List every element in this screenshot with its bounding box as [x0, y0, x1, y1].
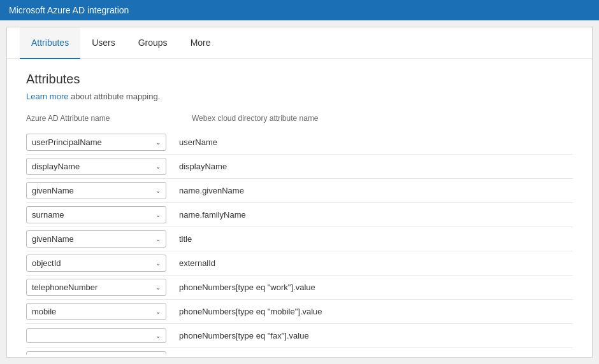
chevron-down-icon: ⌄ [155, 332, 161, 339]
col-headers: Azure AD Attribute name Webex cloud dire… [26, 114, 573, 125]
attribute-select-text-7: mobile [32, 307, 152, 316]
learn-more-text: Learn more about attribute mapping. [26, 92, 573, 101]
title-bar: Microsoft Azure AD integration [0, 0, 599, 20]
table-row: surname⌄name.familyName [26, 203, 573, 227]
app-title: Microsoft Azure AD integration [9, 5, 129, 15]
attribute-select-5[interactable]: objectId⌄ [26, 255, 166, 272]
col-header-right: Webex cloud directory attribute name [179, 114, 573, 123]
attribute-select-text-0: userPrincipalName [32, 137, 152, 147]
table-row: mobile⌄phoneNumbers[type eq "mobile"].va… [26, 300, 573, 324]
learn-more-link[interactable]: Learn more [26, 92, 68, 101]
main-content: AttributesUsersGroupsMore Attributes Lea… [6, 27, 593, 358]
section-title: Attributes [26, 72, 573, 87]
tabs-bar: AttributesUsersGroupsMore [7, 27, 592, 59]
table-row: streetAddress⌄addresses[type eq "work"].… [26, 348, 573, 354]
attribute-select-3[interactable]: surname⌄ [26, 206, 166, 223]
chevron-down-icon: ⌄ [155, 139, 161, 146]
table-row: givenName⌄title [26, 227, 573, 251]
tab-attributes[interactable]: Attributes [20, 27, 80, 59]
tab-more[interactable]: More [179, 27, 222, 59]
attribute-select-text-1: displayName [32, 162, 152, 171]
table-row: ⌄phoneNumbers[type eq "fax"].value [26, 324, 573, 348]
attribute-value-6: phoneNumbers[type eq "work"].value [166, 283, 573, 292]
tab-users[interactable]: Users [80, 27, 127, 59]
attribute-select-0[interactable]: userPrincipalName⌄ [26, 134, 166, 151]
chevron-down-icon: ⌄ [155, 211, 161, 218]
chevron-down-icon: ⌄ [155, 235, 161, 242]
table-row: objectId⌄externalId [26, 251, 573, 276]
attribute-value-4: title [166, 234, 573, 244]
table-row: displayName⌄displayName [26, 155, 573, 179]
attribute-value-7: phoneNumbers[type eq "mobile"].value [166, 307, 573, 316]
attribute-value-2: name.givenName [166, 186, 573, 195]
attribute-select-9[interactable]: streetAddress⌄ [26, 351, 166, 354]
table-row: telephoneNumber⌄phoneNumbers[type eq "wo… [26, 276, 573, 300]
attributes-table: Azure AD Attribute name Webex cloud dire… [26, 114, 573, 354]
attribute-select-8[interactable]: ⌄ [26, 328, 166, 343]
attribute-value-8: phoneNumbers[type eq "fax"].value [166, 331, 573, 340]
table-row: givenName⌄name.givenName [26, 179, 573, 203]
content-area: Attributes Learn more about attribute ma… [7, 59, 592, 354]
attribute-select-text-5: objectId [32, 258, 152, 268]
table-row: userPrincipalName⌄userName [26, 130, 573, 155]
attribute-select-text-2: givenName [32, 186, 152, 195]
col-header-left: Azure AD Attribute name [26, 114, 179, 123]
attribute-select-2[interactable]: givenName⌄ [26, 182, 166, 199]
attribute-select-6[interactable]: telephoneNumber⌄ [26, 279, 166, 296]
chevron-down-icon: ⌄ [155, 308, 161, 315]
attribute-value-5: externalId [166, 258, 573, 268]
attribute-select-text-6: telephoneNumber [32, 283, 152, 292]
attr-rows-container: userPrincipalName⌄userNamedisplayName⌄di… [26, 130, 573, 354]
tab-groups[interactable]: Groups [127, 27, 179, 59]
attribute-value-1: displayName [166, 162, 573, 171]
attribute-select-1[interactable]: displayName⌄ [26, 158, 166, 175]
attribute-select-text-4: givenName [32, 234, 152, 244]
attribute-select-text-3: surname [32, 210, 152, 220]
attribute-value-3: name.familyName [166, 210, 573, 220]
chevron-down-icon: ⌄ [155, 284, 161, 291]
chevron-down-icon: ⌄ [155, 260, 161, 267]
chevron-down-icon: ⌄ [155, 163, 161, 170]
attribute-value-0: userName [166, 137, 573, 147]
chevron-down-icon: ⌄ [155, 187, 161, 194]
attribute-select-7[interactable]: mobile⌄ [26, 303, 166, 320]
attribute-select-4[interactable]: givenName⌄ [26, 230, 166, 248]
